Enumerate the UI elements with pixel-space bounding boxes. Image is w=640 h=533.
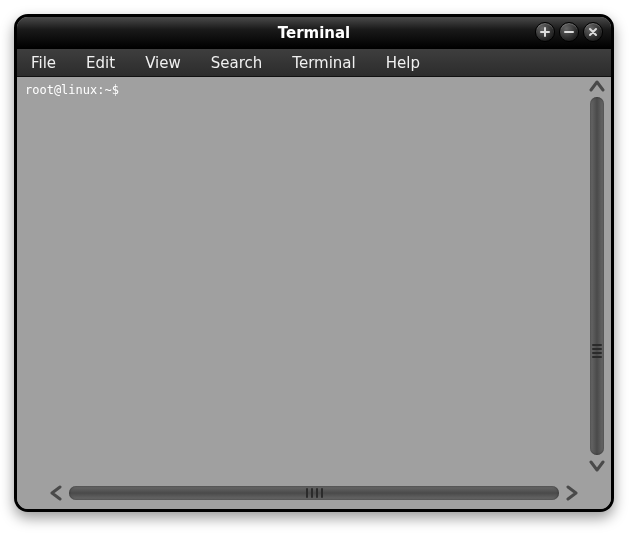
minus-icon [563, 26, 575, 38]
scroll-down-button[interactable] [588, 457, 606, 475]
chevron-up-icon [589, 79, 605, 93]
minimize-button[interactable] [559, 22, 579, 42]
vertical-scrollbar[interactable] [587, 77, 607, 475]
terminal-body[interactable]: root@linux:~$ [17, 77, 611, 509]
scroll-left-button[interactable] [47, 484, 65, 502]
scroll-right-button[interactable] [563, 484, 581, 502]
menu-file[interactable]: File [25, 52, 62, 74]
vertical-scroll-thumb[interactable] [590, 337, 604, 365]
chevron-left-icon [49, 485, 63, 501]
menu-view[interactable]: View [139, 52, 187, 74]
horizontal-scroll-track[interactable] [69, 486, 559, 500]
horizontal-scrollbar[interactable] [47, 483, 581, 503]
titlebar[interactable]: Terminal [17, 17, 611, 49]
window-controls [535, 22, 603, 42]
terminal-prompt: root@linux:~$ [25, 83, 119, 97]
terminal-window: Terminal File Edit View Search Ter [14, 14, 614, 512]
horizontal-scroll-thumb[interactable] [296, 486, 332, 500]
plus-icon [539, 26, 551, 38]
menu-edit[interactable]: Edit [80, 52, 121, 74]
vertical-scroll-track[interactable] [590, 97, 604, 455]
close-icon [587, 26, 599, 38]
close-button[interactable] [583, 22, 603, 42]
menu-terminal[interactable]: Terminal [286, 52, 361, 74]
chevron-down-icon [589, 459, 605, 473]
chevron-right-icon [565, 485, 579, 501]
menubar: File Edit View Search Terminal Help [17, 49, 611, 77]
new-window-button[interactable] [535, 22, 555, 42]
scroll-up-button[interactable] [588, 77, 606, 95]
window-title: Terminal [278, 24, 351, 42]
menu-help[interactable]: Help [380, 52, 426, 74]
menu-search[interactable]: Search [205, 52, 269, 74]
